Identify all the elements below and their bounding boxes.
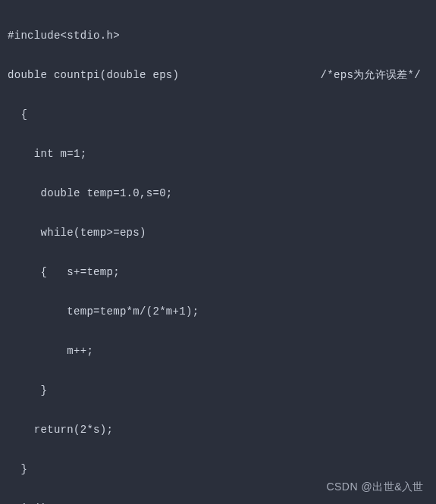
code-line: #include<stdio.h>	[8, 26, 428, 45]
code-line: m++;	[8, 341, 428, 361]
code-line: { s+=temp;	[8, 262, 428, 282]
code-line: int m=1;	[8, 144, 428, 164]
code-block: #include<stdio.h> double countpi(double …	[8, 6, 428, 504]
code-line: {	[8, 105, 428, 124]
code-line: while(temp>=eps)	[8, 223, 428, 243]
code-line: main()	[8, 499, 428, 504]
code-line: double countpi(double eps)/*eps为允许误差*/	[8, 65, 428, 85]
code-line: return(2*s);	[8, 420, 428, 440]
code-line: temp=temp*m/(2*m+1);	[8, 302, 428, 321]
code-comment: /*eps为允许误差*/	[321, 65, 428, 85]
code-text: double countpi(double eps)	[8, 65, 179, 85]
code-line: double temp=1.0,s=0;	[8, 183, 428, 203]
watermark-text: CSDN @出世&入世	[326, 477, 424, 496]
code-line: }	[8, 380, 428, 400]
